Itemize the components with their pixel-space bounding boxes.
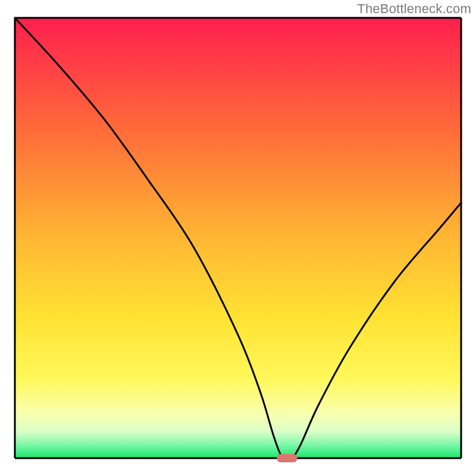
bottleneck-chart — [0, 0, 476, 476]
watermark-text: TheBottleneck.com — [357, 1, 471, 17]
optimum-marker — [277, 454, 298, 462]
chart-container: TheBottleneck.com — [0, 0, 476, 476]
plot-background — [15, 18, 461, 458]
